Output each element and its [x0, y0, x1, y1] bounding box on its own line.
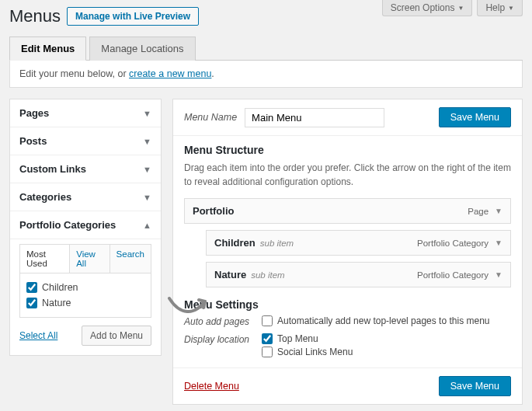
menu-structure-desc: Drag each item into the order you prefer… [184, 161, 511, 189]
loc-top-text: Top Menu [277, 333, 318, 344]
accordion-portfolio-categories-label: Portfolio Categories [19, 219, 116, 231]
menu-name-input[interactable] [245, 108, 384, 127]
notice-suffix: . [211, 68, 214, 79]
chevron-down-icon[interactable]: ▼ [495, 239, 502, 247]
auto-add-checkbox[interactable] [262, 315, 273, 326]
tab-edit-menus[interactable]: Edit Menus [9, 37, 86, 61]
accordion-custom-links-label: Custom Links [19, 163, 86, 175]
menu-item-title: Children [214, 237, 256, 249]
menu-name-label: Menu Name [184, 112, 237, 123]
accordion-categories-label: Categories [19, 191, 71, 203]
accordion-posts-label: Posts [19, 135, 47, 147]
menu-item-type: Portfolio Category [417, 239, 489, 248]
live-preview-button[interactable]: Manage with Live Preview [67, 7, 199, 26]
menu-item-title: Nature [214, 269, 246, 280]
auto-add-check[interactable]: Automatically add new top-level pages to… [262, 315, 511, 326]
menu-item-sub: sub item [260, 239, 294, 248]
menu-item-sub: sub item [251, 270, 284, 280]
screen-options-button[interactable]: Screen Options ▼ [382, 0, 473, 16]
notice-bar: Edit your menu below, or create a new me… [9, 61, 523, 88]
subtab-view-all[interactable]: View All [70, 245, 110, 273]
menu-item-children[interactable]: Children sub item Portfolio Category ▼ [206, 230, 511, 256]
chevron-down-icon[interactable]: ▼ [495, 207, 502, 215]
accordion-pages[interactable]: Pages ▼ [10, 99, 161, 127]
loc-top-check[interactable]: Top Menu [262, 333, 511, 344]
chevron-up-icon: ▲ [143, 221, 151, 230]
subtab-search[interactable]: Search [110, 245, 151, 273]
chevron-down-icon: ▼ [143, 165, 151, 174]
check-nature[interactable]: Nature [26, 295, 144, 311]
accordion-portfolio-categories[interactable]: Portfolio Categories ▲ [10, 211, 161, 239]
save-menu-button-bottom[interactable]: Save Menu [439, 376, 511, 396]
menu-structure-title: Menu Structure [184, 144, 511, 156]
chevron-down-icon[interactable]: ▼ [495, 270, 502, 279]
chevron-down-icon: ▼ [457, 5, 464, 12]
chevron-down-icon: ▼ [508, 5, 514, 12]
menu-item-title: Portfolio [193, 205, 234, 217]
accordion-custom-links[interactable]: Custom Links ▼ [10, 155, 161, 183]
check-children[interactable]: Children [26, 280, 144, 295]
menu-item-nature[interactable]: Nature sub item Portfolio Category ▼ [206, 262, 511, 287]
subtab-most-used[interactable]: Most Used [20, 245, 70, 273]
delete-menu-link[interactable]: Delete Menu [184, 381, 239, 392]
accordion-posts[interactable]: Posts ▼ [10, 127, 161, 155]
check-nature-input[interactable] [26, 298, 37, 308]
chevron-down-icon: ▼ [143, 193, 151, 202]
accordion-categories[interactable]: Categories ▼ [10, 183, 161, 211]
tab-manage-locations[interactable]: Manage Locations [89, 37, 195, 61]
notice-prefix: Edit your menu below, or [19, 68, 129, 79]
select-all-link[interactable]: Select All [19, 330, 57, 341]
menu-item-type: Page [468, 207, 489, 216]
chevron-down-icon: ▼ [143, 109, 151, 118]
auto-add-text: Automatically add new top-level pages to… [277, 315, 490, 326]
menu-settings-title: Menu Settings [184, 298, 511, 311]
check-children-label: Children [42, 282, 78, 293]
display-location-label: Display location [184, 333, 262, 345]
menu-item-portfolio[interactable]: Portfolio Page ▼ [184, 198, 511, 224]
add-to-menu-button[interactable]: Add to Menu [82, 326, 151, 346]
accordion-pages-label: Pages [19, 107, 49, 119]
loc-social-text: Social Links Menu [277, 347, 353, 357]
loc-social-checkbox[interactable] [262, 347, 273, 357]
menu-item-type: Portfolio Category [417, 270, 489, 280]
help-button[interactable]: Help ▼ [477, 0, 523, 16]
check-nature-label: Nature [42, 298, 71, 308]
chevron-down-icon: ▼ [143, 137, 151, 146]
help-label: Help [485, 2, 505, 13]
loc-top-checkbox[interactable] [262, 333, 273, 344]
auto-add-label: Auto add pages [184, 315, 262, 327]
screen-options-label: Screen Options [391, 2, 455, 13]
create-menu-link[interactable]: create a new menu [129, 68, 211, 79]
page-title: Menus [9, 6, 61, 26]
check-children-input[interactable] [26, 282, 37, 293]
loc-social-check[interactable]: Social Links Menu [262, 347, 511, 357]
save-menu-button-top[interactable]: Save Menu [439, 107, 511, 127]
